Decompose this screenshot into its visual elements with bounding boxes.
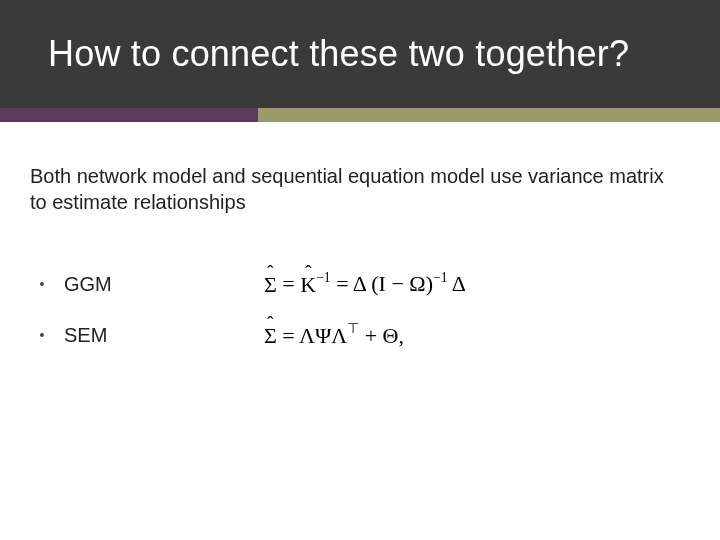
accent-stripe-left: [0, 108, 258, 122]
slide: How to connect these two together? Both …: [0, 0, 720, 540]
sigma-hat2: Σ: [264, 323, 277, 349]
ggm-rest2: Δ: [448, 272, 466, 297]
formula-sem: Σ = ΛΨΛ⊤ + Θ,: [264, 322, 404, 349]
intro-text: Both network model and sequential equati…: [30, 164, 680, 215]
exp-t: ⊤: [347, 321, 359, 336]
title-band: How to connect these two together?: [0, 0, 720, 108]
formula-ggm: Σ = K−1 = Δ (I − Ω)−1 Δ: [264, 271, 466, 297]
item-label-sem: SEM: [54, 324, 264, 347]
k-hat: K: [300, 272, 316, 298]
list-item: • SEM Σ = ΛΨΛ⊤ + Θ,: [30, 322, 680, 349]
sigma-hat: Σ: [264, 272, 277, 298]
accent-stripe-right: [258, 108, 720, 122]
slide-title: How to connect these two together?: [48, 33, 629, 75]
exp-neg1: −1: [316, 270, 331, 285]
sem-tail: + Θ,: [359, 323, 404, 348]
bullet-icon: •: [30, 327, 54, 343]
exp-neg1b: −1: [433, 270, 448, 285]
list-item: • GGM Σ = K−1 = Δ (I − Ω)−1 Δ: [30, 271, 680, 297]
sem-rhs: = ΛΨΛ: [282, 323, 347, 348]
item-label-ggm: GGM: [54, 273, 264, 296]
slide-body: Both network model and sequential equati…: [0, 122, 720, 349]
accent-stripe: [0, 108, 720, 122]
bullet-icon: •: [30, 276, 54, 292]
ggm-rest1: = Δ (I − Ω): [336, 272, 433, 297]
